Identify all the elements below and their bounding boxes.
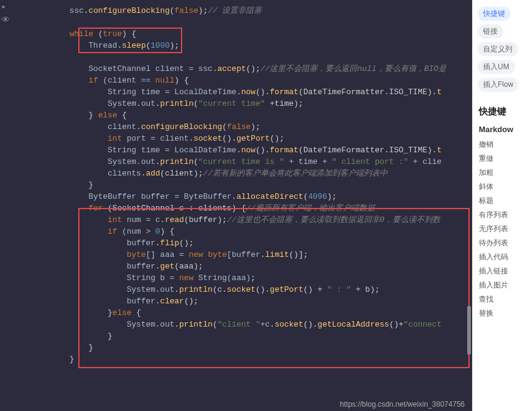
- code-token: [203, 250, 208, 259]
- code-token: (aaa): [174, 262, 198, 271]
- code-token: allocateDirect: [237, 192, 303, 201]
- code-token: }: [12, 308, 113, 317]
- code-token: ;: [222, 215, 227, 224]
- code-token: ;: [256, 122, 260, 131]
- code-token: (): [256, 285, 265, 294]
- code-token: println: [179, 285, 213, 294]
- code-token: .: [174, 285, 179, 294]
- code-token: Thread: [12, 41, 117, 50]
- code-token: get: [160, 262, 174, 271]
- code-token: read: [165, 215, 184, 224]
- gutter-icons: ▸ 👁: [1, 1, 11, 29]
- shortcut-item[interactable]: 有序列表: [479, 208, 526, 222]
- shortcut-item[interactable]: 重做: [479, 152, 526, 166]
- code-token: byte: [208, 250, 227, 259]
- code-editor[interactable]: ▸ 👁 ssc.configureBlocking(false);// 设置非阻…: [0, 0, 472, 411]
- code-token: else: [113, 308, 131, 317]
- code-token: ;: [256, 64, 260, 73]
- code-token: clear: [160, 297, 184, 306]
- code-token: limit: [265, 250, 289, 259]
- code-token: ;: [298, 99, 303, 108]
- code-token: [] aaa =: [146, 250, 188, 259]
- shortcut-item[interactable]: 查找: [479, 292, 526, 306]
- code-token: String time = LocalDateTime: [12, 146, 237, 155]
- watermark: https://blog.csdn.net/weixin_38074756: [340, 400, 465, 409]
- shortcut-item[interactable]: 插入链接: [479, 264, 526, 278]
- code-token: now: [241, 87, 255, 97]
- code-token: false: [174, 6, 198, 15]
- code-token: (): [303, 320, 313, 329]
- code-token: buffer: [12, 239, 155, 248]
- shortcut-item[interactable]: 撤销: [479, 138, 526, 152]
- pill-插入Flow[interactable]: 插入Flow: [478, 78, 519, 92]
- code-token: " client port :": [332, 157, 408, 166]
- code-token: .: [136, 122, 141, 131]
- code-token: ;: [193, 297, 198, 306]
- code-token: ()+: [389, 320, 403, 329]
- code-token: println: [179, 320, 213, 329]
- code-token: println: [160, 157, 194, 166]
- shortcut-item[interactable]: 加粗: [479, 166, 526, 180]
- pill-自定义列[interactable]: 自定义列: [478, 42, 518, 56]
- code-token: //这里不会阻塞，要么返回null，要么有值，BIO是: [260, 64, 446, 73]
- code-token: SocketChannel client = ssc: [12, 64, 213, 73]
- code-token: [12, 29, 70, 39]
- code-token: ;: [332, 192, 337, 201]
- code-token: "current time is ": [198, 157, 284, 166]
- code-token: socket: [227, 285, 256, 294]
- shortcut-item[interactable]: 替换: [479, 306, 526, 320]
- code-token: (client ==: [98, 76, 155, 85]
- code-token: (): [270, 134, 279, 143]
- code-token: ;: [203, 6, 208, 15]
- code-token: (): [184, 297, 194, 306]
- code-token: now: [241, 146, 255, 155]
- pill-链接[interactable]: 链接: [478, 24, 503, 39]
- sidebar: 快捷键链接自定义列插入UM插入Flow 快捷键 Markdow 撤销重做加粗斜体…: [472, 0, 532, 411]
- pill-快捷键[interactable]: 快捷键: [478, 7, 511, 21]
- arrow-icon[interactable]: ▸: [1, 1, 11, 12]
- shortcut-item[interactable]: 斜体: [479, 180, 526, 194]
- code-token: ): [327, 192, 332, 201]
- shortcut-item[interactable]: 插入代码: [479, 250, 526, 264]
- code-token: (: [94, 29, 103, 39]
- code-token: [12, 204, 89, 213]
- pill-插入UM[interactable]: 插入UM: [478, 60, 515, 74]
- code-token: }: [12, 331, 113, 341]
- code-token: () +: [303, 285, 327, 294]
- code-token: flip: [160, 239, 179, 248]
- shortcut-item[interactable]: 待办列表: [479, 236, 526, 250]
- code-token: num = c: [122, 215, 160, 224]
- code-token: ;: [375, 285, 380, 294]
- shortcut-item[interactable]: 无序列表: [479, 222, 526, 236]
- code-token: for: [89, 204, 103, 213]
- code-token: "current time": [198, 99, 265, 108]
- code-token: }: [12, 343, 94, 352]
- code-token: (): [256, 146, 265, 155]
- pill-group: 快捷键链接自定义列插入UM插入Flow: [473, 5, 532, 102]
- code-token: //遍历所有客户端，输出客户端数据: [246, 204, 375, 213]
- code-token: {: [117, 111, 127, 120]
- scrollbar-thumb[interactable]: [467, 306, 471, 355]
- shortcut-item[interactable]: 插入图片: [479, 278, 526, 292]
- code-token: format: [270, 87, 298, 97]
- code-token: true: [103, 29, 122, 39]
- code-token: (DateTimeFormatter.ISO_TIME): [298, 87, 432, 97]
- code-token: [12, 250, 127, 259]
- eye-icon[interactable]: 👁: [1, 15, 11, 25]
- shortcut-item[interactable]: 标题: [479, 194, 526, 208]
- code-content[interactable]: ssc.configureBlocking(false);// 设置非阻塞 wh…: [0, 5, 472, 365]
- code-token: //这里也不会阻塞，要么读取到数据返回非0，要么读不到数: [227, 215, 440, 224]
- code-token: socket: [193, 134, 222, 143]
- code-token: "client ": [217, 320, 260, 329]
- code-token: .: [84, 6, 89, 15]
- code-token: (DateTimeFormatter.ISO_TIME): [298, 146, 432, 155]
- code-token: buffer: [12, 262, 155, 271]
- code-token: ): [198, 6, 203, 15]
- code-token: sleep: [122, 41, 146, 50]
- code-token: [buffer: [227, 250, 260, 259]
- code-token: (: [222, 122, 227, 131]
- code-token: ssc: [12, 6, 84, 15]
- code-token: [12, 76, 89, 85]
- code-token: 4096: [308, 192, 327, 201]
- code-token: (client): [160, 169, 198, 178]
